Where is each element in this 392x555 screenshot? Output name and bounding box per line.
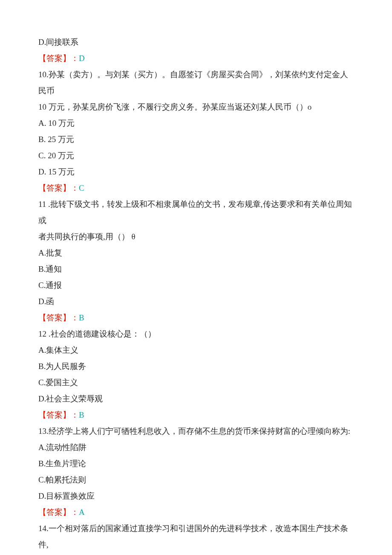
q11-option-d: D.函 — [38, 293, 354, 310]
q12-option-c: C.爱国主义 — [38, 375, 354, 391]
q11-answer: 【答案】：B — [38, 310, 354, 326]
q11-option-b: B.通知 — [38, 261, 354, 277]
answer-label: 【答案】： — [38, 508, 79, 517]
q9-option-d: D.间接联系 — [38, 34, 354, 50]
q10-option-c: C. 20 万元 — [38, 148, 354, 164]
q12-answer: 【答案】：B — [38, 407, 354, 423]
q13-option-a: A.流动性陷阱 — [38, 439, 354, 456]
answer-value: B — [79, 313, 84, 322]
q13-answer: 【答案】：A — [38, 504, 354, 520]
answer-label: 【答案】： — [38, 183, 79, 192]
q10-option-a: A. 10 万元 — [38, 115, 354, 131]
document-page: D.间接联系 【答案】：D 10.孙某（卖方）。与刘某（买方）。自愿签订《房屋买… — [0, 0, 392, 555]
q11-option-c: C.通报 — [38, 277, 354, 293]
q10-option-b: B. 25 万元 — [38, 131, 354, 148]
q13-option-b: B.生鱼片理论 — [38, 456, 354, 472]
q11-option-a: A.批复 — [38, 245, 354, 261]
q11-stem-line-2: 者共同执行的事项,用（） θ — [38, 229, 354, 245]
answer-label: 【答案】： — [38, 54, 79, 63]
q13-option-c: C.帕累托法则 — [38, 472, 354, 488]
answer-label: 【答案】： — [38, 313, 79, 322]
q10-answer: 【答案】：C — [38, 180, 354, 196]
q10-stem-line-2: 10 万元，孙某见房价飞涨，不履行交房义务。孙某应当返还刘某人民币（）o — [38, 99, 354, 115]
q12-option-a: A.集体主义 — [38, 342, 354, 358]
q13-option-d: D.目标置换效应 — [38, 488, 354, 504]
answer-label: 【答案】： — [38, 410, 79, 419]
q10-stem-line-1: 10.孙某（卖方）。与刘某（买方）。自愿签订《房屋买卖合同》，刘某依约支付定金人… — [38, 67, 354, 99]
q12-option-d: D.社会主义荣辱观 — [38, 391, 354, 407]
q13-stem: 13.经济学上将人们宁可牺牲利息收入，而存储不生息的货币来保持财富的心理倾向称为… — [38, 423, 354, 439]
answer-value: B — [79, 410, 84, 419]
q14-stem-line-2: 从而加速经济发展的现象叫作（）o — [38, 553, 354, 555]
q9-answer: 【答案】：D — [38, 50, 354, 67]
q10-option-d: D. 15 万元 — [38, 164, 354, 180]
q14-stem-line-1: 14.一个相对落后的国家通过直接学习和引进国外的先进科学技术，改造本国生产技术条… — [38, 520, 354, 553]
answer-value: A — [79, 508, 85, 517]
q12-stem: 12 .社会的道德建设核心是：（） — [38, 326, 354, 342]
answer-value: D — [79, 54, 85, 63]
answer-value: C — [79, 183, 84, 192]
q11-stem-line-1: 11 .批转下级文书，转发上级和不相隶属单位的文书，发布规章,传达要求和有关单位… — [38, 196, 354, 229]
q12-option-b: B.为人民服务 — [38, 358, 354, 375]
